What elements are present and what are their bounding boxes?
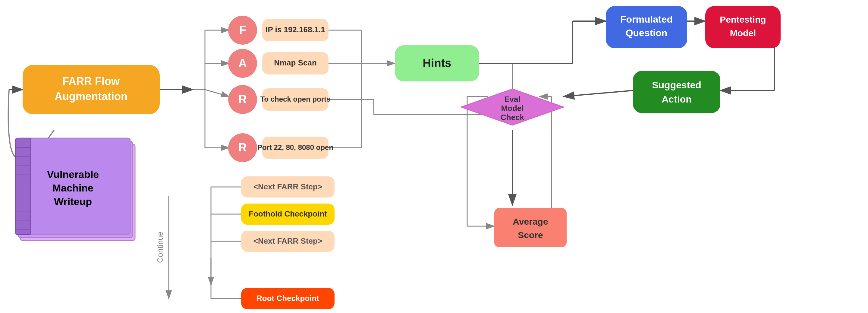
average-label-1: Average <box>513 217 548 226</box>
suggested-box <box>633 71 720 113</box>
hints-label: Hints <box>423 57 452 69</box>
open-ports-label: To check open ports <box>260 95 331 103</box>
average-box <box>494 208 567 247</box>
f-label: F <box>239 24 246 36</box>
suggested-label-2: Action <box>661 94 692 105</box>
pentesting-label-2: Model <box>730 28 756 38</box>
pentesting-label-1: Pentesting <box>720 15 766 24</box>
pentesting-box <box>705 6 781 48</box>
formulated-box <box>606 6 687 48</box>
foothold-label: Foothold Checkpoint <box>249 209 327 218</box>
farr-flow-box <box>23 65 160 114</box>
average-label-2: Score <box>518 230 543 240</box>
root-label: Root Checkpoint <box>256 294 319 303</box>
suggested-label-1: Suggested <box>652 80 701 90</box>
eval-label-2: Model <box>501 104 524 113</box>
formulated-label-1: Formulated <box>620 14 673 25</box>
r1-label: R <box>239 93 247 106</box>
vulnerable-machine-stack: Vulnerable Machine Writeup <box>16 138 135 240</box>
diagram: Vulnerable Machine Writeup FARR Flow Aug… <box>0 0 868 313</box>
port-label: Port 22, 80, 8080 open <box>257 143 333 151</box>
a-label: A <box>239 57 247 69</box>
ip-label: IP is 192.168.1.1 <box>266 25 325 34</box>
vulnerable-label: Vulnerable <box>47 169 99 180</box>
formulated-label-2: Question <box>626 27 668 38</box>
eval-label-3: Check <box>501 113 524 122</box>
farr-flow-label-1: FARR Flow <box>62 75 120 87</box>
eval-label-1: Eval <box>504 95 521 104</box>
next-farr2-label: <Next FARR Step> <box>253 236 322 246</box>
continue-label: Continue <box>156 232 164 263</box>
nmap-label: Nmap Scan <box>274 58 317 67</box>
to-r1-circle <box>205 90 229 96</box>
suggested-to-eval <box>564 90 633 96</box>
machine-label: Machine <box>53 182 93 194</box>
r2-label: R <box>239 141 247 154</box>
farr-flow-label-2: Augmentation <box>55 90 127 103</box>
next-farr1-label: <Next FARR Step> <box>253 182 322 191</box>
writeup-label: Writeup <box>54 196 92 207</box>
